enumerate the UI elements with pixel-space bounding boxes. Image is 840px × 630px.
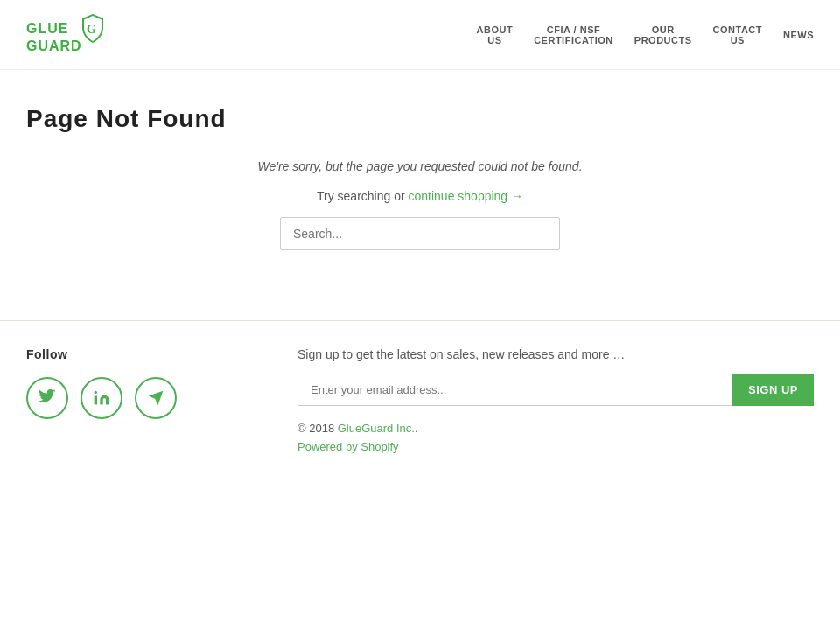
telegram-icon[interactable] — [135, 377, 177, 419]
email-row: SIGN UP — [298, 374, 814, 406]
sorry-message: We're sorry, but the page you requested … — [26, 159, 814, 173]
sign-up-button[interactable]: SIGN UP — [732, 374, 814, 406]
svg-text:GUARD: GUARD — [26, 38, 82, 53]
copyright-text: © 2018 GlueGuard Inc.. — [298, 422, 814, 435]
nav-item-products[interactable]: OURPRODUCTS — [634, 24, 692, 46]
footer-newsletter-section: Sign up to get the latest on sales, new … — [298, 347, 814, 454]
nav-item-contact[interactable]: CONTACTUS — [713, 24, 762, 46]
try-search-line: Try searching or continue shopping → — [26, 189, 814, 203]
search-form — [26, 217, 814, 250]
main-content: Page Not Found We're sorry, but the page… — [0, 70, 840, 320]
svg-text:G: G — [87, 23, 96, 36]
logo[interactable]: GLUE GUARD G — [26, 9, 131, 60]
try-search-text: Try searching or — [317, 189, 409, 203]
nav-link-contact[interactable]: CONTACTUS — [713, 24, 762, 46]
search-input[interactable] — [280, 217, 560, 250]
powered-by: Powered by Shopify — [298, 438, 814, 454]
footer-follow-section: Follow — [26, 347, 245, 454]
svg-text:GLUE: GLUE — [26, 21, 68, 36]
copyright-prefix: © 2018 — [298, 422, 338, 435]
social-icons — [26, 377, 245, 419]
shopify-link[interactable]: Powered by Shopify — [298, 440, 399, 453]
twitter-icon[interactable] — [26, 377, 68, 419]
newsletter-text: Sign up to get the latest on sales, new … — [298, 347, 814, 361]
nav-item-cfia[interactable]: CFIA / NSFCERTIFICATION — [534, 24, 613, 46]
continue-shopping-link[interactable]: continue shopping → — [408, 189, 523, 203]
glueguard-link[interactable]: GlueGuard Inc. — [338, 422, 415, 435]
footer: Follow Sign up to get the late — [0, 321, 840, 489]
nav-link-about[interactable]: ABOUTUS — [477, 24, 514, 46]
linkedin-icon[interactable] — [80, 377, 122, 419]
nav-item-about[interactable]: ABOUTUS — [477, 24, 514, 46]
copyright-suffix: . — [415, 422, 418, 435]
nav-link-cfia[interactable]: CFIA / NSFCERTIFICATION — [534, 24, 613, 46]
navbar: GLUE GUARD G ABOUTUS CFIA / NSFCERTIFICA… — [0, 0, 840, 70]
nav-links: ABOUTUS CFIA / NSFCERTIFICATION OURPRODU… — [477, 24, 814, 46]
follow-label: Follow — [26, 347, 245, 361]
email-input[interactable] — [298, 374, 732, 406]
nav-link-news[interactable]: NEWS — [783, 30, 814, 40]
nav-item-news[interactable]: NEWS — [783, 30, 814, 40]
nav-link-products[interactable]: OURPRODUCTS — [634, 24, 692, 46]
svg-point-3 — [94, 391, 97, 394]
page-title: Page Not Found — [26, 105, 814, 133]
